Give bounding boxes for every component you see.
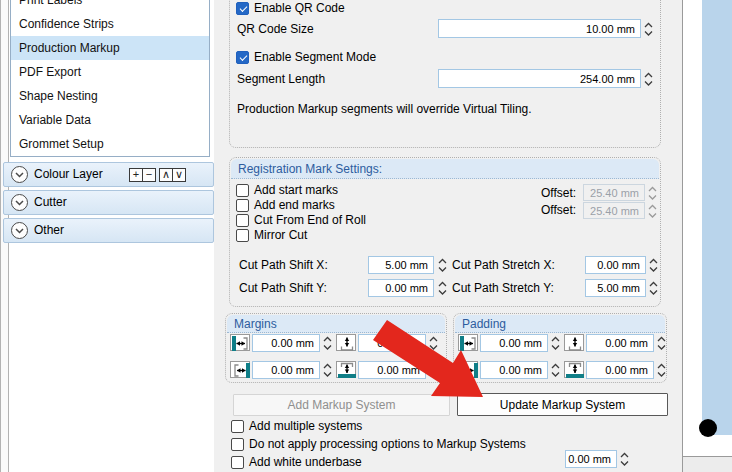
segment-note-text: Production Markup segments will override… — [237, 102, 532, 116]
preview-pane[interactable] — [682, 0, 732, 472]
chevron-down-circle-icon[interactable] — [11, 166, 28, 183]
margin-top-input[interactable]: 0.00 mm — [358, 334, 426, 352]
sidebar-item-production-markup[interactable]: Production Markup — [11, 36, 209, 60]
no-processing-options-checkbox[interactable] — [231, 438, 244, 451]
cut-path-shift-x-input[interactable]: 5.00 mm — [368, 256, 434, 274]
add-white-underbase-label: Add white underbase — [249, 455, 362, 469]
padding-right-icon — [458, 361, 478, 378]
section-cutter-label: Cutter — [34, 195, 67, 209]
layer-remove-button[interactable]: − — [142, 168, 156, 182]
segment-length-spinner-buttons[interactable] — [642, 69, 654, 88]
cut-path-shift-y-spinner-buttons[interactable] — [436, 279, 448, 297]
section-other-label: Other — [34, 223, 64, 237]
cut-from-end-of-roll-checkbox[interactable] — [236, 214, 249, 227]
update-markup-system-button[interactable]: Update Markup System — [457, 393, 668, 416]
add-end-marks-checkbox[interactable] — [236, 199, 249, 212]
padding-left-spinner-buttons[interactable] — [549, 334, 561, 352]
cut-path-stretch-y-input[interactable]: 5.00 mm — [585, 279, 646, 297]
enable-qr-code-checkbox[interactable] — [236, 2, 249, 15]
preview-pasteboard — [683, 457, 732, 472]
margin-top-spinner-buttons[interactable] — [427, 334, 439, 352]
cut-path-stretch-x-label: Cut Path Stretch X: — [452, 258, 555, 272]
add-markup-system-button: Add Markup System — [233, 394, 450, 416]
offset-2-label: Offset: — [541, 203, 576, 217]
enable-segment-mode-label: Enable Segment Mode — [254, 50, 376, 64]
add-multiple-systems-label: Add multiple systems — [249, 419, 362, 433]
padding-bottom-spinner-buttons[interactable] — [655, 361, 667, 379]
sidebar-item-variable-data[interactable]: Variable Data — [11, 108, 209, 132]
cut-from-end-of-roll-label: Cut From End of Roll — [254, 213, 366, 227]
section-other[interactable]: Other — [3, 218, 214, 243]
sidebar-item-pdf-export[interactable]: PDF Export — [11, 60, 209, 84]
sidebar-item-shape-nesting[interactable]: Shape Nesting — [11, 84, 209, 108]
padding-top-input[interactable]: 0.00 mm — [586, 334, 654, 352]
add-multiple-systems-checkbox[interactable] — [231, 420, 244, 433]
white-underbase-input[interactable]: 0.00 mm — [565, 450, 617, 468]
section-cutter[interactable]: Cutter — [3, 190, 214, 215]
section-colour-layer-label: Colour Layer — [34, 167, 103, 181]
section-colour-layer[interactable]: Colour Layer + − ∧ ∨ — [3, 162, 214, 187]
cut-path-shift-x-spinner-buttons[interactable] — [436, 256, 448, 274]
mirror-cut-checkbox[interactable] — [236, 229, 249, 242]
margin-bottom-spinner-buttons[interactable] — [427, 361, 439, 379]
qr-code-size-label: QR Code Size — [237, 22, 314, 36]
padding-top-icon — [564, 334, 584, 351]
cut-path-stretch-x-spinner-buttons[interactable] — [647, 256, 659, 274]
cut-path-stretch-y-spinner-buttons[interactable] — [647, 279, 659, 297]
sidebar-item-print-labels[interactable]: Print Labels — [11, 0, 209, 12]
add-end-marks-label: Add end marks — [254, 198, 335, 212]
cut-path-stretch-y-label: Cut Path Stretch Y: — [452, 281, 554, 295]
registration-group-title: Registration Mark Settings: — [238, 162, 382, 176]
padding-bottom-input[interactable]: 0.00 mm — [586, 361, 654, 379]
offset-2-spinner-buttons — [646, 202, 658, 219]
margin-right-input[interactable]: 0.00 mm — [252, 361, 320, 379]
qr-code-size-spinner-buttons[interactable] — [642, 19, 654, 38]
padding-left-icon — [458, 334, 478, 351]
preview-media-strip — [702, 0, 732, 435]
preview-registration-dot — [699, 419, 717, 437]
sidebar-item-confidence-strips[interactable]: Confidence Strips — [11, 12, 209, 36]
offset-1-spinner-buttons — [646, 184, 658, 201]
layer-add-button[interactable]: + — [129, 168, 143, 182]
add-start-marks-label: Add start marks — [254, 183, 338, 197]
production-markup-settings-screen: Print Labels Confidence Strips Productio… — [0, 0, 732, 472]
segment-length-input[interactable]: 254.00 mm — [438, 69, 641, 88]
no-processing-options-label: Do not apply processing options to Marku… — [249, 437, 526, 451]
cut-path-stretch-x-input[interactable]: 0.00 mm — [585, 256, 646, 274]
chevron-down-circle-icon[interactable] — [11, 222, 28, 239]
padding-left-input[interactable]: 0.00 mm — [480, 334, 548, 352]
margin-bottom-icon — [336, 361, 356, 378]
add-white-underbase-checkbox[interactable] — [231, 456, 244, 469]
chevron-down-circle-icon[interactable] — [11, 194, 28, 211]
enable-qr-code-label: Enable QR Code — [254, 1, 345, 15]
settings-category-list: Print Labels Confidence Strips Productio… — [10, 0, 210, 157]
enable-segment-mode-checkbox[interactable] — [236, 51, 249, 64]
add-start-marks-checkbox[interactable] — [236, 184, 249, 197]
margin-right-spinner-buttons[interactable] — [321, 361, 333, 379]
cut-path-shift-x-label: Cut Path Shift X: — [239, 258, 328, 272]
segment-length-label: Segment Length — [237, 72, 325, 86]
margin-left-input[interactable]: 0.00 mm — [252, 334, 320, 352]
margin-left-icon — [230, 334, 250, 351]
offset-1-label: Offset: — [541, 186, 576, 200]
cut-path-shift-y-label: Cut Path Shift Y: — [239, 281, 327, 295]
mirror-cut-label: Mirror Cut — [254, 228, 307, 242]
margin-bottom-input[interactable]: 0.00 mm — [358, 361, 426, 379]
padding-right-input[interactable]: 0.00 mm — [480, 361, 548, 379]
padding-group-title: Padding — [462, 317, 506, 331]
padding-right-spinner-buttons[interactable] — [549, 361, 561, 379]
cut-path-shift-y-input[interactable]: 0.00 mm — [368, 279, 434, 297]
white-underbase-spinner-buttons[interactable] — [618, 450, 630, 468]
margin-right-icon — [230, 361, 250, 378]
layer-move-down-button[interactable]: ∨ — [172, 168, 186, 182]
layer-move-up-button[interactable]: ∧ — [159, 168, 173, 182]
padding-top-spinner-buttons[interactable] — [655, 334, 667, 352]
padding-group-title-bar: Padding — [455, 315, 665, 333]
qr-code-size-input[interactable]: 10.00 mm — [438, 19, 641, 38]
registration-group-title-bar: Registration Mark Settings: — [231, 159, 659, 179]
margins-group-title-bar: Margins — [227, 315, 445, 333]
margins-group-title: Margins — [234, 317, 277, 331]
sidebar-item-grommet-setup[interactable]: Grommet Setup — [11, 132, 209, 156]
margin-left-spinner-buttons[interactable] — [321, 334, 333, 352]
offset-1-input: 25.40 mm — [583, 184, 645, 201]
